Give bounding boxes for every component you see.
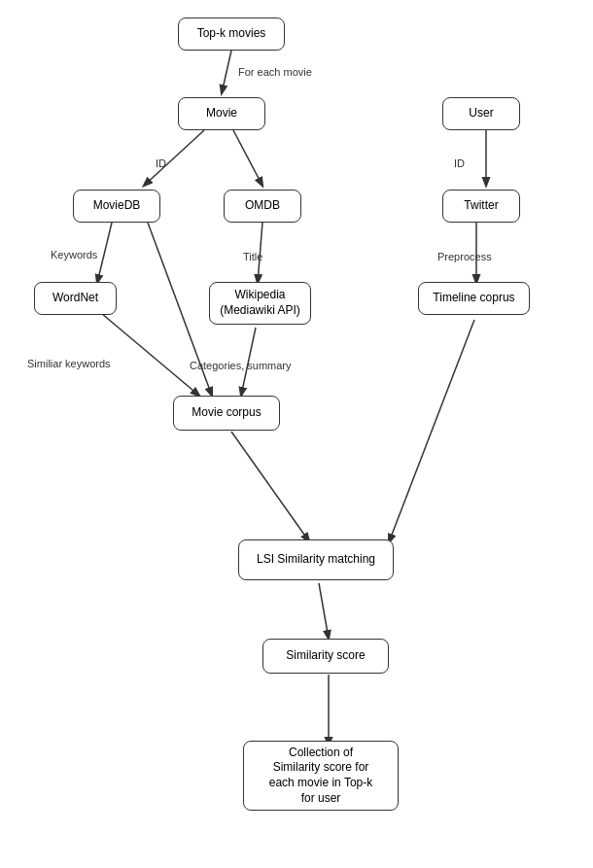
label-preprocess: Preprocess bbox=[437, 251, 492, 262]
label-foreach: For each movie bbox=[238, 66, 312, 78]
svg-line-10 bbox=[231, 432, 309, 541]
node-moviecorpus: Movie corpus bbox=[173, 396, 280, 431]
node-timeline: Timeline coprus bbox=[418, 282, 530, 315]
svg-line-0 bbox=[222, 51, 231, 93]
label-title: Title bbox=[243, 251, 262, 262]
label-id-user: ID bbox=[454, 157, 465, 169]
svg-line-11 bbox=[389, 320, 474, 542]
svg-line-12 bbox=[319, 583, 329, 639]
label-similar-keywords: Similiar keywords bbox=[27, 358, 111, 369]
node-collection: Collection of Similarity score for each … bbox=[243, 741, 399, 811]
node-wikipedia: Wikipedia (Mediawiki API) bbox=[209, 282, 311, 325]
label-keywords: Keywords bbox=[51, 249, 97, 260]
diagram: Top-k movies Movie MovieDB OMDB User Twi… bbox=[0, 0, 593, 868]
node-lsi: LSI Similarity matching bbox=[238, 539, 394, 580]
svg-line-2 bbox=[233, 130, 262, 186]
node-simscore: Similarity score bbox=[262, 639, 389, 674]
svg-line-1 bbox=[144, 130, 204, 186]
node-twitter: Twitter bbox=[442, 190, 520, 223]
node-wordnet: WordNet bbox=[34, 282, 117, 315]
node-movie: Movie bbox=[178, 97, 265, 130]
node-moviedb: MovieDB bbox=[73, 190, 160, 223]
label-id-movie: ID bbox=[156, 157, 166, 169]
node-topk: Top-k movies bbox=[178, 17, 285, 51]
label-categories: Categories, summary bbox=[190, 360, 292, 371]
svg-line-7 bbox=[89, 303, 199, 396]
node-omdb: OMDB bbox=[224, 190, 301, 223]
node-user: User bbox=[442, 97, 520, 130]
svg-line-4 bbox=[97, 223, 112, 283]
